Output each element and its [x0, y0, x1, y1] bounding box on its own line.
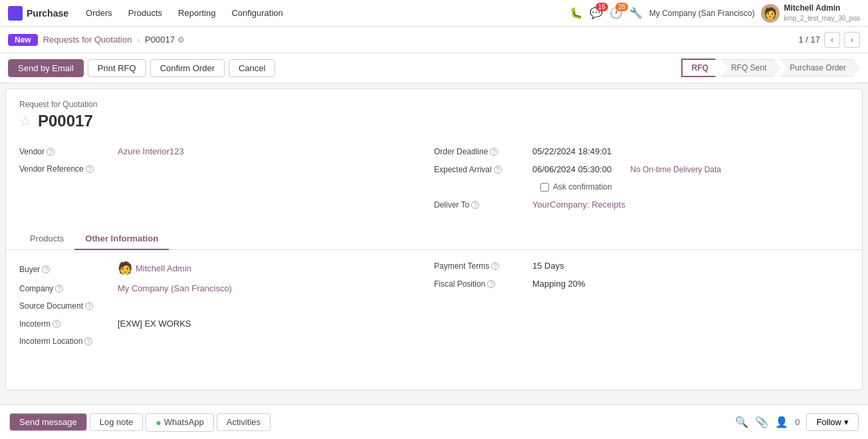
vendor-value[interactable]: Azure Interior123: [118, 146, 184, 156]
company-help-icon[interactable]: ?: [55, 285, 63, 293]
vendor-label: Vendor ?: [19, 147, 112, 156]
delivery-note[interactable]: No On-time Delivery Data: [630, 165, 721, 174]
nav-configuration[interactable]: Configuration: [225, 5, 289, 21]
deliver-to-value[interactable]: YourCompany: Receipts: [532, 200, 625, 210]
wrench-icon: 🔧: [629, 7, 643, 19]
whatsapp-icon: ●: [156, 417, 161, 428]
follow-chevron-icon: ▾: [844, 417, 849, 427]
pipeline-step-purchase-order[interactable]: Purchase Order: [780, 59, 860, 76]
activity-badge: 28: [615, 3, 628, 11]
breadcrumb-parent[interactable]: Requests for Quotation: [43, 35, 132, 45]
send-message-button[interactable]: Send message: [9, 413, 87, 431]
user-avatar: 🧑: [761, 4, 780, 23]
incoterm-label: Incoterm ?: [19, 319, 112, 329]
form-grid: Vendor ? Azure Interior123 Vendor Refere…: [6, 146, 862, 218]
wrench-icon-btn[interactable]: 🔧: [629, 7, 643, 19]
incoterm-location-label: Incoterm Location ?: [19, 337, 112, 346]
favorite-star-icon[interactable]: ☆: [19, 113, 31, 129]
buyer-help-icon[interactable]: ?: [42, 265, 50, 273]
send-by-email-button[interactable]: Send by Email: [8, 59, 84, 77]
order-deadline-row: Order Deadline ? 05/22/2024 18:49:01: [434, 146, 835, 156]
prev-button[interactable]: ‹: [824, 32, 840, 48]
expected-arrival-help-icon[interactable]: ?: [494, 166, 502, 174]
breadcrumb-current: P00017 ⚙: [145, 35, 185, 45]
fiscal-position-value: Mapping 20%: [532, 279, 586, 289]
ask-confirmation-label: Ask confirmation: [553, 182, 612, 192]
payment-terms-help-icon[interactable]: ?: [491, 262, 499, 270]
breadcrumb-current-label: P00017: [145, 35, 175, 45]
fiscal-position-help-icon[interactable]: ?: [487, 280, 495, 288]
brand-label: Purchase: [27, 8, 68, 19]
fiscal-position-row: Fiscal Position ? Mapping 20%: [434, 279, 835, 289]
form-title: P00017: [38, 112, 93, 130]
buyer-avatar: 🧑: [118, 261, 132, 275]
whatsapp-button[interactable]: ● WhatsApp: [146, 413, 213, 432]
tab-products[interactable]: Products: [19, 228, 74, 250]
chat-icon-btn[interactable]: 💬 16: [590, 7, 603, 19]
attachment-icon[interactable]: 📎: [755, 416, 768, 428]
order-deadline-value: 05/22/2024 18:49:01: [532, 146, 611, 156]
user-name: Mitchell Admin: [784, 3, 860, 14]
expected-arrival-row: Expected Arrival ? 06/06/2024 05:30:00 N…: [434, 164, 835, 174]
print-rfq-button[interactable]: Print RFQ: [88, 59, 146, 77]
incoterm-row: Incoterm ? [EXW] EX WORKS: [19, 319, 421, 329]
navbar: Purchase Orders Products Reporting Confi…: [0, 0, 868, 27]
form-title-row: ☆ P00017: [19, 112, 849, 130]
confirm-order-button[interactable]: Confirm Order: [150, 59, 225, 77]
pagination-count: 1 / 17: [798, 35, 820, 45]
buyer-row: Buyer ? 🧑 Mitchell Admin: [19, 261, 421, 275]
vendor-reference-help-icon[interactable]: ?: [86, 165, 94, 173]
log-note-button[interactable]: Log note: [90, 413, 144, 431]
brand[interactable]: Purchase: [8, 6, 68, 21]
vendor-help-icon[interactable]: ?: [47, 148, 54, 156]
nav-orders[interactable]: Orders: [79, 5, 119, 21]
source-doc-help-icon[interactable]: ?: [85, 302, 93, 310]
bug-icon: 🐛: [570, 7, 583, 19]
next-button[interactable]: ›: [844, 32, 860, 48]
pipeline-step-rfq[interactable]: RFQ: [681, 59, 722, 77]
payment-terms-label: Payment Terms ?: [434, 261, 527, 271]
tab-col-left: Buyer ? 🧑 Mitchell Admin Company ? My Co…: [19, 261, 434, 354]
cancel-button[interactable]: Cancel: [229, 59, 275, 77]
company-selector[interactable]: My Company (San Francisco): [649, 9, 755, 18]
activity-icon-btn[interactable]: 🕐 28: [609, 7, 623, 19]
deliver-to-help-icon[interactable]: ?: [471, 201, 479, 209]
followers-count: 0: [795, 417, 800, 427]
tab-content-other-info: Buyer ? 🧑 Mitchell Admin Company ? My Co…: [6, 250, 862, 365]
main-content: Request for Quotation ☆ P00017 Vendor ? …: [5, 88, 863, 390]
nav-reporting[interactable]: Reporting: [171, 5, 222, 21]
buyer-value[interactable]: Mitchell Admin: [136, 263, 191, 273]
user-icon[interactable]: 👤: [775, 416, 788, 428]
incoterm-value: [EXW] EX WORKS: [118, 319, 191, 329]
msg-bar-right: 🔍 📎 👤 0 Follow ▾: [735, 413, 859, 431]
pipeline-step-rfq-sent[interactable]: RFQ Sent: [721, 59, 780, 76]
vendor-reference-row: Vendor Reference ?: [19, 164, 421, 174]
new-badge[interactable]: New: [8, 34, 38, 46]
order-deadline-help-icon[interactable]: ?: [490, 148, 498, 156]
activities-button[interactable]: Activities: [217, 413, 271, 431]
tab-other-information[interactable]: Other Information: [74, 228, 169, 250]
search-icon[interactable]: 🔍: [735, 416, 748, 428]
incoterm-help-icon[interactable]: ?: [53, 320, 60, 328]
breadcrumb-bar: New Requests for Quotation › P00017 ⚙ 1 …: [0, 27, 868, 53]
fiscal-position-label: Fiscal Position ?: [434, 279, 527, 289]
form-subtitle: Request for Quotation: [19, 100, 849, 109]
pagination: 1 / 17 ‹ ›: [798, 32, 860, 48]
expected-arrival-label: Expected Arrival ?: [434, 165, 527, 174]
incoterm-location-help-icon[interactable]: ?: [84, 337, 92, 345]
message-bar: Send message Log note ● WhatsApp Activit…: [0, 404, 868, 439]
order-deadline-label: Order Deadline ?: [434, 147, 527, 156]
source-doc-label: Source Document ?: [19, 301, 112, 311]
form-header: Request for Quotation ☆ P00017: [6, 89, 862, 146]
settings-icon[interactable]: ⚙: [177, 35, 185, 45]
action-bar: Send by Email Print RFQ Confirm Order Ca…: [0, 53, 868, 83]
company-value[interactable]: My Company (San Francisco): [118, 283, 232, 293]
company-label: Company ?: [19, 284, 112, 293]
nav-products[interactable]: Products: [122, 5, 169, 21]
deliver-to-row: Deliver To ? YourCompany: Receipts: [434, 200, 835, 210]
bug-icon-btn[interactable]: 🐛: [570, 7, 583, 19]
form-left: Vendor ? Azure Interior123 Vendor Refere…: [19, 146, 434, 218]
follow-button[interactable]: Follow ▾: [806, 413, 859, 431]
ask-confirmation-checkbox[interactable]: [540, 183, 549, 192]
user-menu[interactable]: 🧑 Mitchell Admin kmp_2_test_may_30_pos: [761, 3, 860, 23]
